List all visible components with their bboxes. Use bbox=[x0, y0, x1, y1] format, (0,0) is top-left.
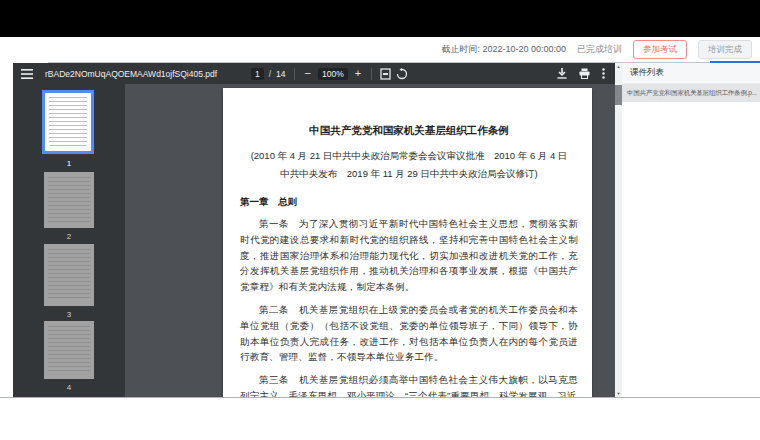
pdf-filename: rBADe2NOmUqAQOEMAAWd1ojfSQi405.pdf bbox=[45, 69, 217, 79]
page-thumbnail-1[interactable] bbox=[42, 90, 94, 154]
deadline-value: 2022-10-20 00:00:00 bbox=[482, 44, 566, 54]
page-separator: / bbox=[269, 69, 271, 79]
thumbnail-page-number: 2 bbox=[13, 232, 125, 241]
fit-page-icon bbox=[380, 68, 391, 80]
page-total: 14 bbox=[276, 69, 285, 79]
document-approval-line-2: 中共中央发布 2019 年 11 月 29 日中共中央政治局会议修订) bbox=[240, 165, 578, 183]
pdf-page-1: 中国共产党党和国家机关基层组织工作条例 (2010 年 4 月 21 日中共中央… bbox=[223, 88, 592, 398]
page-thumbnail-4[interactable] bbox=[44, 321, 94, 379]
hamburger-menu-icon bbox=[21, 69, 33, 79]
thumbnail-preview bbox=[49, 97, 87, 147]
document-paragraph: 第三条 机关基层党组织必须高举中国特色社会主义伟大旗帜，以马克思列宁主义、毛泽东… bbox=[240, 372, 578, 398]
deadline-label: 截止时间: bbox=[441, 44, 480, 54]
thumbnail-page-number: 4 bbox=[13, 383, 125, 392]
download-icon bbox=[557, 68, 567, 79]
courseware-panel: 课件列表 中国共产党党和国家机关基层组织工作条例.p... bbox=[622, 63, 760, 398]
more-options-button[interactable] bbox=[602, 68, 605, 79]
thumbnail-sidebar: 1 2 3 4 bbox=[13, 84, 125, 398]
page-number-input[interactable]: 1 bbox=[251, 68, 264, 80]
document-paragraph: 第一条 为了深入贯彻习近平新时代中国特色社会主义思想，贯彻落实新时代党的建设总要… bbox=[240, 216, 578, 295]
rotate-icon bbox=[396, 68, 408, 80]
scrollbar-thumb[interactable] bbox=[615, 85, 622, 105]
pdf-scrollbar[interactable]: ▲ ▼ bbox=[615, 63, 622, 398]
scroll-up-icon[interactable]: ▲ bbox=[615, 63, 622, 71]
document-approval-line-1: (2010 年 4 月 21 日中共中央政治局常委会会议审议批准 2010 年 … bbox=[240, 147, 578, 165]
sidebar-toggle-button[interactable] bbox=[21, 69, 33, 79]
pdf-viewer-body: 1 2 3 4 中国共产党党和国家机关基层组织工作条例 (2010 年 4 月 … bbox=[13, 84, 615, 398]
thumbnail-page-number: 3 bbox=[13, 310, 125, 319]
courseware-panel-title: 课件列表 bbox=[622, 63, 760, 84]
page-thumbnail-2[interactable] bbox=[44, 172, 94, 228]
print-icon bbox=[579, 68, 590, 79]
take-exam-button[interactable]: 参加考试 bbox=[633, 40, 687, 58]
thumbnail-preview bbox=[48, 249, 90, 301]
top-black-banner bbox=[0, 0, 760, 37]
rotate-button[interactable] bbox=[396, 68, 408, 80]
fit-page-button[interactable] bbox=[380, 68, 391, 80]
zoom-in-button[interactable]: + bbox=[353, 68, 363, 79]
toolbar-divider bbox=[371, 68, 372, 80]
page-thumbnail-3[interactable] bbox=[44, 244, 94, 306]
thumbnail-page-number: 1 bbox=[13, 159, 125, 168]
toolbar-divider bbox=[294, 68, 295, 80]
training-status-text: 已完成培训 bbox=[577, 43, 622, 56]
zoom-out-button[interactable]: − bbox=[303, 68, 313, 79]
toolbar-right-actions bbox=[557, 68, 615, 79]
pdf-toolbar: rBADe2NOmUqAQOEMAAWd1ojfSQi405.pdf 1 / 1… bbox=[13, 63, 615, 84]
content-bottom-border bbox=[0, 397, 760, 398]
thumbnail-preview bbox=[48, 177, 90, 223]
print-button[interactable] bbox=[579, 68, 590, 79]
courseware-list-item[interactable]: 中国共产党党和国家机关基层组织工作条例.p... bbox=[622, 84, 760, 102]
download-button[interactable] bbox=[557, 68, 567, 79]
chapter-heading: 第一章 总则 bbox=[240, 196, 578, 209]
zoom-level-input[interactable]: 100% bbox=[318, 68, 348, 80]
more-vertical-icon bbox=[602, 68, 605, 79]
document-paragraph: 第二条 机关基层党组织在上级党的委员会或者党的机关工作委员会和本单位党组（党委）… bbox=[240, 302, 578, 365]
document-title: 中国共产党党和国家机关基层组织工作条例 bbox=[240, 124, 578, 138]
thumbnail-preview bbox=[48, 326, 90, 374]
pdf-viewer: rBADe2NOmUqAQOEMAAWd1ojfSQi405.pdf 1 / 1… bbox=[13, 63, 622, 398]
deadline-text: 截止时间: 2022-10-20 00:00:00 bbox=[441, 43, 566, 56]
training-complete-button[interactable]: 培训完成 bbox=[698, 40, 752, 58]
page-header: 截止时间: 2022-10-20 00:00:00 已完成培训 参加考试 培训完… bbox=[0, 37, 760, 62]
toolbar-page-zoom-controls: 1 / 14 − 100% + bbox=[251, 63, 408, 84]
